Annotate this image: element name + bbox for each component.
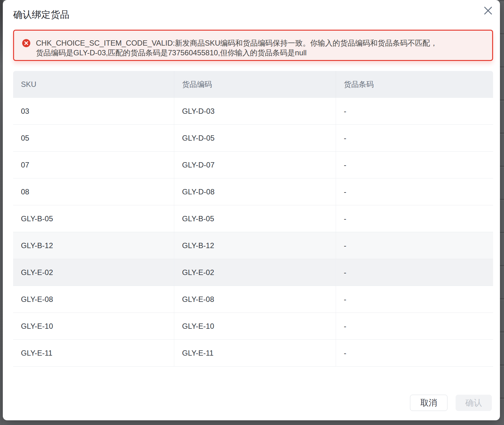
cell-goods-code: GLY-E-10 <box>174 313 336 339</box>
column-header-sku: SKU <box>13 80 174 89</box>
cell-goods-barcode: - <box>336 178 493 205</box>
cell-goods-code: GLY-E-11 <box>174 340 336 366</box>
cell-goods-barcode: - <box>336 152 493 178</box>
table-row: GLY-B-05 GLY-B-05 - <box>13 205 493 232</box>
cell-goods-code: GLY-D-05 <box>174 125 336 151</box>
column-header-goods-barcode: 货品条码 <box>336 71 493 98</box>
table-body: 03 GLY-D-03 - 05 GLY-D-05 - 07 GLY-D-07 … <box>13 98 493 367</box>
cell-goods-code: GLY-D-03 <box>174 98 336 124</box>
table-header-row: SKU 货品编码 货品条码 <box>13 71 493 98</box>
modal-footer: 取消 确认 <box>410 395 492 411</box>
cell-goods-code: GLY-E-02 <box>174 259 336 286</box>
table-row: 08 GLY-D-08 - <box>13 178 493 205</box>
error-circle-icon <box>22 39 30 47</box>
cell-sku: GLY-E-10 <box>13 322 174 331</box>
table-row: GLY-B-12 GLY-B-12 - <box>13 232 493 259</box>
cell-goods-barcode: - <box>336 286 493 312</box>
cell-sku: 05 <box>13 134 174 142</box>
cell-goods-barcode: - <box>336 232 493 259</box>
error-alert: CHK_CHOICE_SC_ITEM_CODE_VALID:新发商品SKU编码和… <box>13 30 493 61</box>
table-row: GLY-E-11 GLY-E-11 - <box>13 340 493 367</box>
table-row: GLY-E-02 GLY-E-02 - <box>13 259 493 286</box>
cell-goods-barcode: - <box>336 340 493 366</box>
table-row: 05 GLY-D-05 - <box>13 125 493 152</box>
cell-goods-code: GLY-B-12 <box>174 232 336 259</box>
cell-goods-code: GLY-B-05 <box>174 205 336 232</box>
modal-header: 确认绑定货品 <box>3 0 500 22</box>
column-header-goods-code: 货品编码 <box>174 71 336 98</box>
confirm-button[interactable]: 确认 <box>456 395 492 411</box>
cell-goods-code: GLY-D-08 <box>174 178 336 205</box>
cell-goods-code: GLY-D-07 <box>174 152 336 178</box>
cancel-button[interactable]: 取消 <box>410 395 447 411</box>
cell-goods-barcode: - <box>336 313 493 339</box>
cell-sku: GLY-B-05 <box>13 214 174 223</box>
dim-overlay-right <box>500 0 504 425</box>
table-row: GLY-E-10 GLY-E-10 - <box>13 313 493 340</box>
confirm-bind-goods-modal: 确认绑定货品 CHK_CHOICE_SC_ITEM_CODE_VALID:新发商… <box>3 0 500 420</box>
cell-sku: 08 <box>13 188 174 196</box>
cell-sku: 07 <box>13 161 174 169</box>
table-row: GLY-E-08 GLY-E-08 - <box>13 286 493 313</box>
cell-goods-barcode: - <box>336 205 493 232</box>
table-row: 07 GLY-D-07 - <box>13 152 493 178</box>
cell-sku: GLY-E-08 <box>13 295 174 304</box>
cell-goods-code: GLY-E-08 <box>174 286 336 312</box>
cell-goods-barcode: - <box>336 98 493 124</box>
cell-sku: GLY-E-02 <box>13 268 174 277</box>
cell-goods-barcode: - <box>336 125 493 151</box>
dim-overlay-left <box>0 0 3 425</box>
error-message: CHK_CHOICE_SC_ITEM_CODE_VALID:新发商品SKU编码和… <box>36 38 437 58</box>
table-row: 03 GLY-D-03 - <box>13 98 493 125</box>
cell-goods-barcode: - <box>336 259 493 286</box>
cell-sku: GLY-E-11 <box>13 349 174 358</box>
modal-title: 确认绑定货品 <box>13 9 492 21</box>
close-icon <box>483 6 493 15</box>
close-button[interactable] <box>481 3 496 18</box>
error-message-line1: CHK_CHOICE_SC_ITEM_CODE_VALID:新发商品SKU编码和… <box>36 38 437 48</box>
sku-binding-table: SKU 货品编码 货品条码 03 GLY-D-03 - 05 GLY-D-05 … <box>13 71 493 367</box>
error-message-line2: 货品编码是GLY-D-03,匹配的货品条码是737560455810,但你输入的… <box>36 48 437 58</box>
cell-sku: GLY-B-12 <box>13 241 174 250</box>
cell-sku: 03 <box>13 107 174 116</box>
